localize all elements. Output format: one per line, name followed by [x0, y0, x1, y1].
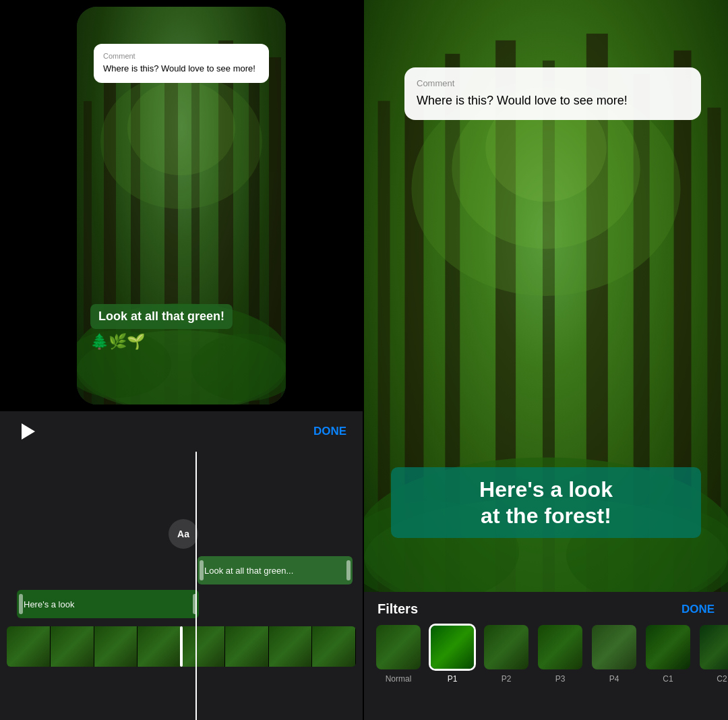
filter-label-p2: P2 — [502, 674, 512, 684]
filters-header: Filters DONE — [364, 592, 728, 624]
playback-bar: DONE — [0, 411, 363, 452]
track-label-1: Look at all that green... — [204, 566, 293, 576]
right-preview: Comment Where is this? Would love to see… — [364, 0, 728, 592]
track-handle-right-1[interactable] — [346, 560, 351, 580]
play-icon — [22, 423, 35, 440]
left-panel: Comment Where is this? Would love to see… — [0, 0, 363, 720]
teal-text-overlay: Here's a look at the forest! — [391, 467, 701, 538]
filter-thumb-inner-p4 — [592, 625, 636, 669]
filmstrip-frame — [51, 626, 94, 667]
filmstrip-frame — [138, 626, 181, 667]
filter-label-p3: P3 — [555, 674, 566, 684]
filters-title: Filters — [377, 601, 418, 617]
filter-label-p1: P1 — [448, 674, 458, 684]
comment-text-left: Where is this? Would love to see more! — [103, 63, 260, 75]
right-panel: Comment Where is this? Would love to see… — [364, 0, 728, 720]
filter-thumb-c2[interactable] — [698, 624, 728, 671]
svg-point-13 — [127, 81, 235, 175]
bottom-controls: DONE Aa Look at all that green... Here's… — [0, 411, 363, 720]
filter-label-p4: P4 — [609, 674, 619, 684]
filmstrip-frame — [181, 626, 225, 667]
filter-item-c2[interactable]: C2 — [698, 624, 728, 684]
filter-item-p1[interactable]: P1 — [429, 624, 476, 684]
play-button[interactable] — [16, 419, 40, 444]
text-icon-button[interactable]: Aa — [169, 519, 198, 549]
filter-thumb-inner-p3 — [538, 625, 582, 669]
timeline-area: Aa Look at all that green... Here's a lo… — [0, 452, 363, 720]
text-overlay-right: Here's a look at the forest! — [391, 467, 701, 538]
track-label-2: Here's a look — [24, 599, 74, 609]
filmstrip-frame — [94, 626, 138, 667]
track-row-2: Here's a look — [7, 590, 356, 618]
filmstrip-scrubber[interactable] — [180, 626, 183, 667]
comment-label-right: Comment — [417, 78, 689, 88]
track-handle-left-1[interactable] — [200, 560, 204, 580]
text-overlay-right-content: Here's a look at the forest! — [479, 477, 613, 527]
filter-thumb-inner-p1 — [431, 626, 474, 669]
filter-label-c1: C1 — [663, 674, 673, 684]
filter-thumb-inner-normal — [376, 625, 421, 669]
comment-bubble-right: Comment Where is this? Would love to see… — [404, 67, 701, 120]
filmstrip-frame — [225, 626, 269, 667]
track-row-1: Look at all that green... — [7, 556, 356, 584]
text-overlay-left: Look at all that green! 🌲🌿🌱 — [90, 304, 272, 351]
filter-thumb-p3[interactable] — [537, 624, 584, 671]
text-overlay-label-left: Look at all that green! — [98, 309, 224, 323]
filters-scroll[interactable]: Normal P1 P2 P3 — [364, 624, 728, 690]
filmstrip-frame — [269, 626, 313, 667]
filter-label-c2: C2 — [717, 674, 727, 684]
filter-thumb-c1[interactable] — [644, 624, 692, 671]
done-button-left[interactable]: DONE — [313, 425, 346, 438]
filter-thumb-normal[interactable] — [375, 624, 422, 671]
filmstrip[interactable] — [7, 626, 356, 667]
filter-item-c1[interactable]: C1 — [644, 624, 692, 684]
green-text-box: Look at all that green! — [90, 304, 233, 329]
emoji-row: 🌲🌿🌱 — [90, 333, 272, 351]
comment-text-right: Where is this? Would love to see more! — [417, 92, 689, 109]
filter-item-normal[interactable]: Normal — [375, 624, 422, 684]
done-button-right[interactable]: DONE — [681, 603, 715, 616]
filter-item-p4[interactable]: P4 — [590, 624, 638, 684]
filmstrip-frame — [312, 626, 356, 667]
comment-bubble-left: Comment Where is this? Would love to see… — [94, 44, 269, 83]
filter-item-p3[interactable]: P3 — [537, 624, 584, 684]
filter-thumb-p1[interactable] — [429, 624, 476, 671]
filmstrip-frame — [7, 626, 51, 667]
filter-thumb-inner-c1 — [646, 625, 690, 669]
filters-section: Filters DONE Normal P1 — [364, 592, 728, 720]
left-preview: Comment Where is this? Would love to see… — [0, 0, 363, 411]
track-block-2[interactable]: Here's a look — [17, 590, 199, 618]
track-handle-left-2[interactable] — [19, 594, 23, 614]
track-block-1[interactable]: Look at all that green... — [198, 556, 353, 584]
filter-thumb-p4[interactable] — [590, 624, 638, 671]
playhead-line — [195, 452, 197, 720]
filter-thumb-p2[interactable] — [483, 624, 530, 671]
filter-item-p2[interactable]: P2 — [483, 624, 530, 684]
filter-label-normal: Normal — [386, 674, 412, 684]
phone-frame: Comment Where is this? Would love to see… — [77, 7, 286, 404]
comment-label-left: Comment — [103, 52, 260, 60]
filter-thumb-inner-c2 — [700, 625, 728, 669]
filter-thumb-inner-p2 — [484, 625, 528, 669]
